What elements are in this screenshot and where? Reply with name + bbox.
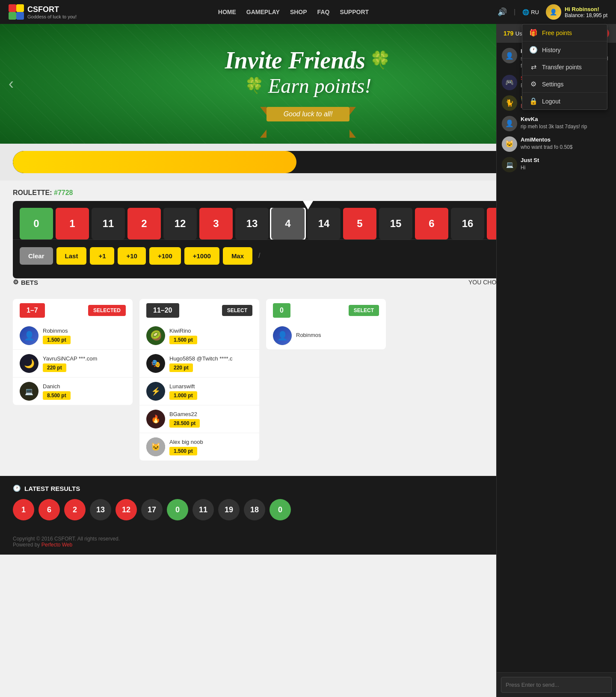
roulette-cell-14[interactable]: 14 [307,208,341,239]
chat-avatar-ami: 🐱 [502,136,517,152]
dropdown-history-label: History [542,47,561,53]
player-avatar-hugo: 🎭 [146,354,165,373]
bet-player-yavru: 🌙 YavruSiNCAP ***.com 220 pt [13,350,133,378]
result-13: 13 [90,499,111,520]
globe-icon: 🌐 [522,9,529,15]
gear-icon: ⚙ [13,278,18,286]
bet-group-dark: 11–20 SELECT 🥝 KiwiRino 1.500 pt 🎭 Hugo5… [139,299,259,461]
logo[interactable]: CSFORT Goddess of luck to you! [9,4,77,20]
roulette-cell-12[interactable]: 12 [163,208,197,239]
bet-player-kiwi: 🥝 KiwiRino 1.500 pt [139,322,259,350]
add10-button[interactable]: +10 [118,247,145,265]
result-6: 6 [38,499,60,520]
nav-home[interactable]: HOME [218,9,236,15]
dropdown-logout[interactable]: 🔒 Logout [522,93,607,109]
navbar: CSFORT Goddess of luck to you! HOME GAME… [0,0,616,24]
roulette-cell-4-selected[interactable]: 4 [271,208,305,239]
roulette-cell-2[interactable]: 2 [127,208,161,239]
bet-player-alex: 🐱 Alex big noob 1.500 pt [139,433,259,461]
player-name-kiwi: KiwiRino [169,328,252,334]
chat-messages: 👤 KevKa someone trading for a butterfly … [497,43,616,555]
nav-shop[interactable]: SHOP [290,9,307,15]
footer-link[interactable]: Perfecto Web [41,542,72,548]
bet-range-dark[interactable]: 11–20 [146,303,179,318]
roulette-number: #7728 [54,189,73,196]
language-label: RU [531,9,539,15]
player-avatar-robinmos: 👤 [20,326,38,345]
clear-button[interactable]: Clear [20,247,53,265]
dropdown-free-points[interactable]: 🎁 Free points [522,24,607,41]
add1000-button[interactable]: +1000 [184,247,219,265]
chat-username-4: KevKa [521,116,611,122]
selected-badge: SELECTED [88,305,126,316]
player-avatar-robinmos-green: 👤 [273,326,292,345]
result-17: 17 [141,499,163,520]
result-1: 1 [13,499,34,520]
roulette-cell-6[interactable]: 6 [415,208,448,239]
bet-range-red[interactable]: 1–7 [20,303,45,318]
results-label: LATEST RESULTS [24,485,80,492]
add1-button[interactable]: +1 [90,247,114,265]
chat-msg-content-6: Just St Hi [521,157,611,172]
result-2: 2 [64,499,86,520]
roulette-cell-3[interactable]: 3 [199,208,233,239]
roulette-cell-13[interactable]: 13 [235,208,269,239]
chat-avatar-kevka2: 👤 [502,116,517,131]
user-menu-button[interactable]: 👤 Hi Robinson! Balance: 18,995 pt [546,4,607,20]
player-info-hugo: Hugo5858 @Twitch ****.c 220 pt [169,355,252,372]
result-12: 12 [116,499,137,520]
result-0b: 0 [270,499,291,520]
nav-faq[interactable]: FAQ [317,9,330,15]
result-19: 19 [218,499,240,520]
player-info-kiwi: KiwiRino 1.500 pt [169,328,252,344]
player-name-robinmos-green: Robinmos [296,332,379,338]
brand-tagline: Goddess of luck to you! [27,14,77,19]
player-info-bgames: BGames22 28.500 pt [169,411,252,428]
chat-avatar-sirjames: 🎮 [502,75,517,90]
dropdown-free-points-label: Free points [542,30,572,36]
select-green-button[interactable]: SELECT [349,305,379,316]
chat-avatar-justst: 💻 [502,157,517,172]
chat-username-6: Just St [521,157,611,163]
player-name-lunar: Lunarswift [169,383,252,390]
chat-username-5: AmiMentos [521,136,611,143]
player-info-alex: Alex big noob 1.500 pt [169,439,252,455]
roulette-cell-5[interactable]: 5 [343,208,376,239]
player-name: Robinmos [43,328,126,334]
nav-support[interactable]: SUPPORT [340,9,369,15]
chat-text-4: rip meh lost 3k last 7days! rip [521,123,611,130]
last-button[interactable]: Last [56,247,87,265]
roulette-cell-16[interactable]: 16 [451,208,484,239]
hero-prev-button[interactable]: ‹ [9,75,14,93]
max-button[interactable]: Max [223,247,252,265]
dropdown-transfer[interactable]: ⇄ Transfer points [522,59,607,76]
dropdown-settings[interactable]: ⚙ Settings [522,76,607,93]
player-avatar-lunar: ⚡ [146,382,165,401]
player-avatar-kiwi: 🥝 [146,326,165,345]
chat-message-5: 🐱 AmiMentos who want trad fo 0.50$ [502,136,611,152]
sound-icon[interactable]: 🔊 [498,7,507,17]
user-greeting: Hi Robinson! [565,6,607,12]
chat-msg-content-4: KevKa rip meh lost 3k last 7days! rip [521,116,611,131]
hero-title-line1: Invite Friends [225,47,365,74]
roulette-cell-1[interactable]: 1 [56,208,89,239]
bet-player-danich: 💻 Danich 8.500 pt [13,378,133,405]
add100-button[interactable]: +100 [149,247,181,265]
player-info-robinmos-green: Robinmos [296,332,379,340]
select-dark-button[interactable]: SELECT [222,305,252,316]
bets-label: ⚙ BETS [13,278,38,286]
dropdown-history[interactable]: 🕐 History [522,41,607,59]
avatar: 👤 [546,4,561,20]
results-clock-icon: 🕐 [13,484,21,492]
roulette-cell-15[interactable]: 15 [379,208,412,239]
player-bet-danich: 8.500 pt [43,391,71,400]
roulette-cell-0[interactable]: 0 [20,208,53,239]
svg-rect-3 [16,12,24,20]
bet-group-green-header: 0 SELECT [266,299,386,322]
bet-player-robinmos-green: 👤 Robinmos [266,322,386,349]
player-avatar-yavru: 🌙 [20,354,38,373]
language-button[interactable]: 🌐 RU [522,9,539,15]
nav-gameplay[interactable]: GAMEPLAY [246,9,280,15]
roulette-cell-11[interactable]: 11 [92,208,125,239]
bet-range-green[interactable]: 0 [273,303,290,318]
